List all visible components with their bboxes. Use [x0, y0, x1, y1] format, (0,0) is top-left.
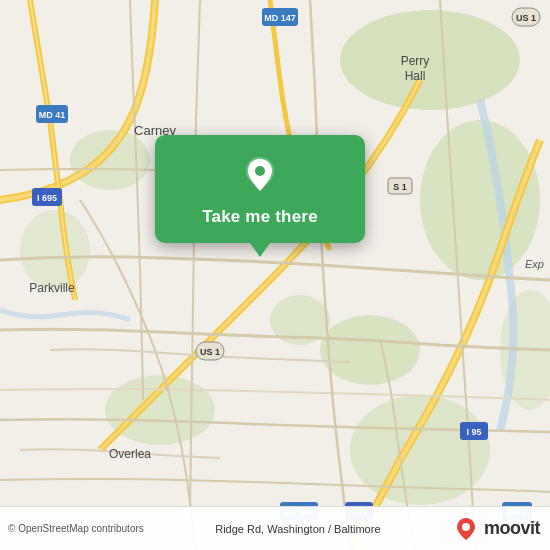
- svg-text:Exp: Exp: [525, 258, 544, 270]
- map-svg: MD 147 MD 41 I 695 US 1 S 1 US 1 I 95 I …: [0, 0, 550, 550]
- map-attribution: © OpenStreetMap contributors: [8, 523, 144, 534]
- take-me-there-button[interactable]: Take me there: [202, 207, 318, 227]
- svg-point-37: [462, 523, 470, 531]
- svg-text:I 695: I 695: [37, 193, 57, 203]
- bottom-bar: © OpenStreetMap contributors Ridge Rd, W…: [0, 506, 550, 550]
- attribution-text: © OpenStreetMap contributors: [8, 523, 144, 534]
- svg-text:Parkville: Parkville: [29, 281, 75, 295]
- svg-text:US 1: US 1: [516, 13, 536, 23]
- svg-text:MD 41: MD 41: [39, 110, 66, 120]
- moovit-text: moovit: [484, 518, 540, 539]
- svg-point-1: [420, 120, 540, 280]
- location-pin-icon: [238, 153, 282, 197]
- moovit-pin-icon: [452, 515, 480, 543]
- svg-point-2: [320, 315, 420, 385]
- svg-text:S 1: S 1: [393, 182, 407, 192]
- svg-text:US 1: US 1: [200, 347, 220, 357]
- svg-text:Overlea: Overlea: [109, 447, 151, 461]
- svg-point-5: [20, 210, 90, 290]
- map-container: MD 147 MD 41 I 695 US 1 S 1 US 1 I 95 I …: [0, 0, 550, 550]
- popup-card: Take me there: [155, 135, 365, 243]
- svg-text:I 95: I 95: [466, 427, 481, 437]
- moovit-logo: moovit: [452, 515, 540, 543]
- svg-point-36: [255, 166, 265, 176]
- street-label: Ridge Rd, Washington / Baltimore: [215, 523, 380, 535]
- svg-text:Perry: Perry: [401, 54, 430, 68]
- svg-text:MD 147: MD 147: [264, 13, 296, 23]
- svg-text:Hall: Hall: [405, 69, 426, 83]
- svg-point-0: [340, 10, 520, 110]
